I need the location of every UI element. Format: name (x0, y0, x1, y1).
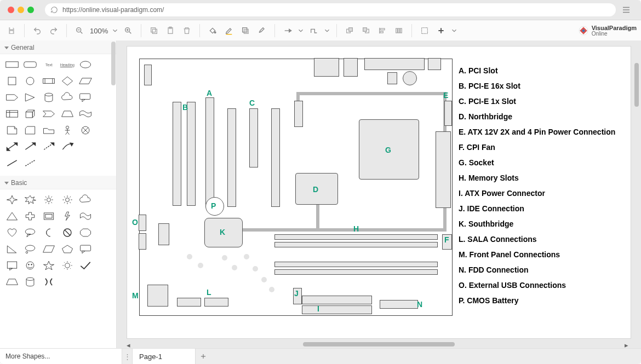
shape-heart[interactable] (3, 226, 21, 240)
shape-parallelogram[interactable] (77, 74, 95, 88)
shape-trap2[interactable] (3, 275, 21, 289)
shape-text[interactable]: Text (40, 57, 58, 72)
atx-power-1[interactable] (302, 296, 372, 304)
shape-gear[interactable] (59, 193, 76, 207)
sala-1[interactable] (177, 298, 201, 307)
shape-frame[interactable] (40, 209, 58, 223)
select-button[interactable] (417, 24, 432, 38)
stroke-button[interactable] (222, 24, 236, 38)
shape-blank14[interactable] (95, 226, 113, 240)
comp-mid-small[interactable] (294, 101, 303, 127)
back-button[interactable] (359, 24, 373, 38)
shape-octagon[interactable] (77, 226, 95, 240)
zoom-in-button[interactable] (121, 24, 135, 38)
shape-blank19[interactable] (95, 275, 113, 289)
shadow-button[interactable] (238, 24, 253, 38)
shape-blank10[interactable] (77, 156, 95, 170)
scroll-left-arrow[interactable]: ◂ (127, 341, 133, 348)
v-scrollbar-thumb[interactable] (634, 63, 639, 107)
mem-4[interactable] (274, 269, 438, 275)
shape-blank[interactable] (95, 57, 113, 72)
window-close-button[interactable] (8, 7, 14, 13)
shape-or[interactable] (77, 123, 95, 137)
motherboard-outline[interactable]: A B C D E F G H I J K L M N O (139, 59, 453, 316)
shape-card[interactable] (22, 123, 39, 137)
shape-blank13[interactable] (95, 209, 113, 223)
shape-star[interactable] (40, 258, 58, 273)
shape-cloud2[interactable] (77, 193, 95, 207)
shape-burst[interactable] (22, 193, 39, 207)
shape-callout[interactable] (77, 90, 95, 105)
shape-pentagon-arrow[interactable] (3, 90, 21, 105)
delete-button[interactable] (180, 24, 194, 38)
ext-usb-2[interactable] (139, 233, 146, 250)
sala-2[interactable] (204, 298, 228, 307)
waypoint-dropdown[interactable] (323, 24, 331, 38)
atx12v[interactable] (444, 101, 452, 126)
shape-cloud[interactable] (59, 90, 76, 105)
slot-3[interactable] (205, 97, 214, 207)
shape-dash-arrow[interactable] (40, 140, 58, 154)
shape-blank15[interactable] (95, 242, 113, 256)
vertical-scrollbar[interactable] (633, 46, 640, 332)
shape-square[interactable] (3, 74, 21, 88)
waypoint-button[interactable] (307, 24, 321, 38)
shape-blank4[interactable] (95, 107, 113, 121)
comp-top-1[interactable] (314, 58, 339, 77)
shape-arrow[interactable] (22, 140, 39, 154)
shape-sun[interactable] (40, 193, 58, 207)
fill-button[interactable] (205, 24, 220, 38)
front-button[interactable] (342, 24, 357, 38)
shape-blank11[interactable] (95, 156, 113, 170)
shape-blank17[interactable] (59, 275, 76, 289)
tab-drag-handle[interactable]: ⋮ (122, 349, 133, 364)
horizontal-scrollbar[interactable]: ◂ ▸ (127, 341, 631, 348)
zoom-level[interactable]: 100% (89, 27, 109, 35)
shape-round-rect[interactable] (22, 57, 39, 72)
shape-cube[interactable] (22, 107, 39, 121)
mem-2[interactable] (274, 242, 438, 247)
shape-blank12[interactable] (95, 193, 113, 207)
save-button[interactable] (4, 24, 19, 38)
fdd[interactable] (380, 300, 418, 309)
shape-bolt[interactable] (59, 209, 76, 223)
shape-sun2[interactable] (59, 258, 76, 273)
shape-circle[interactable] (22, 74, 39, 88)
comp-top-2[interactable] (344, 58, 358, 77)
sidebar-scrollbar-thumb[interactable] (111, 42, 116, 85)
slot-2[interactable] (187, 102, 196, 206)
shape-callout2[interactable] (77, 242, 95, 256)
right-slot[interactable] (436, 131, 451, 208)
window-maximize-button[interactable] (27, 7, 34, 13)
add-dropdown[interactable] (450, 24, 458, 38)
shape-cylinder[interactable] (40, 90, 58, 105)
shape-smiley[interactable] (22, 258, 39, 273)
scroll-right-arrow[interactable]: ▸ (625, 341, 631, 348)
distribute-button[interactable] (392, 24, 406, 38)
shape-blank8[interactable] (40, 156, 58, 170)
shape-blank18[interactable] (77, 275, 95, 289)
comp-left-small[interactable] (158, 223, 169, 245)
shape-triangle[interactable] (22, 90, 39, 105)
shape-blank6[interactable] (77, 140, 95, 154)
shape-flow[interactable] (77, 209, 95, 223)
shape-process[interactable] (40, 74, 58, 88)
shape-triangle2[interactable] (3, 209, 21, 223)
add-page-button[interactable] (196, 349, 211, 364)
slot-5[interactable] (249, 108, 258, 167)
mem-1[interactable] (274, 234, 438, 240)
hamburger-menu-button[interactable] (619, 3, 633, 17)
shape-heading[interactable]: Heading (59, 57, 76, 72)
comp-top-3[interactable] (364, 58, 425, 70)
zoom-dropdown[interactable] (111, 24, 119, 38)
shape-diamond[interactable] (59, 74, 76, 88)
shape-table[interactable] (3, 107, 21, 121)
shape-arrow-bi[interactable] (3, 140, 21, 154)
add-button[interactable] (434, 24, 448, 38)
category-basic[interactable]: Basic (0, 176, 116, 189)
slot-4[interactable] (227, 108, 236, 207)
shape-rect[interactable] (3, 57, 21, 72)
shape-doc[interactable] (3, 258, 21, 273)
shape-check[interactable] (77, 258, 95, 273)
shape-thought[interactable] (22, 242, 39, 256)
